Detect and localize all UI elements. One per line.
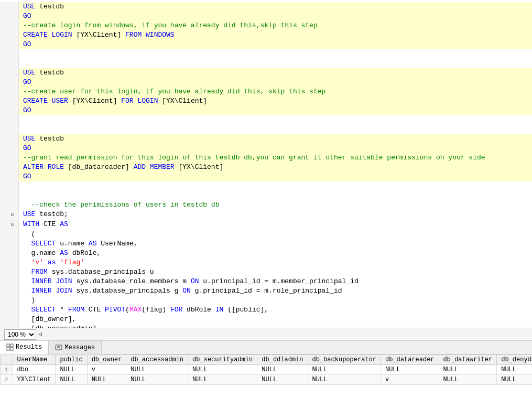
results-table-container[interactable]: UserName public db_owner db_accessadmin … <box>0 354 532 398</box>
code-line: --grant read permission for this login o… <box>0 153 532 163</box>
cell-ddladmin-2: NULL <box>257 375 308 385</box>
code-line: --create user for this login, if you hav… <box>0 87 532 96</box>
code-line: ( <box>0 230 532 239</box>
col-db-ddladmin: db_ddladmin <box>257 355 308 365</box>
tab-messages-label: Messages <box>64 344 95 351</box>
col-db-denydatareader: db_denydatareader <box>497 355 532 365</box>
table-header-row: UserName public db_owner db_accessadmin … <box>1 355 533 365</box>
scroll-indicator: ◁ <box>38 330 42 338</box>
code-line: ALTER ROLE [db_datareader] ADD MEMBER [Y… <box>0 163 532 172</box>
svg-rect-1 <box>10 344 13 347</box>
results-table: UserName public db_owner db_accessadmin … <box>0 354 532 385</box>
code-line: [db_accessadmin], <box>0 324 532 328</box>
cell-datareader-2: v <box>381 375 439 385</box>
tab-messages[interactable]: Messages <box>49 341 102 354</box>
code-line: USE testdb <box>0 134 532 144</box>
col-rownum <box>1 355 13 365</box>
code-line: SELECT u.name AS UserName, <box>0 239 532 249</box>
grid-icon <box>6 343 14 351</box>
tab-results[interactable]: Results <box>0 341 49 354</box>
code-line: 'v' as 'flag' <box>0 258 532 267</box>
cell-datawriter-2: NULL <box>439 375 497 385</box>
col-public: public <box>56 355 87 365</box>
cell-username-1: dbo <box>13 365 56 375</box>
code-line: --check the perimissions of users in tes… <box>0 200 532 210</box>
table-row: 2 YX\Client NULL NULL NULL NULL NULL NUL… <box>1 375 533 385</box>
code-line: GO <box>0 144 532 153</box>
cell-securityadmin-1: NULL <box>188 365 257 375</box>
cell-backupop-1: NULL <box>308 365 381 375</box>
code-line: SELECT * FROM CTE PIVOT(MAX(flag) FOR db… <box>0 305 532 315</box>
row-num-1: 1 <box>1 365 13 375</box>
cell-public-1: NULL <box>56 365 87 375</box>
code-line <box>0 191 532 200</box>
code-line: INNER JOIN sys.database_role_members m O… <box>0 277 532 286</box>
col-username: UserName <box>13 355 56 365</box>
zoom-select[interactable]: 100 % 75 % 125 % <box>4 329 36 340</box>
col-db-backupoperator: db_backupoperator <box>308 355 381 365</box>
tab-results-label: Results <box>16 343 42 351</box>
svg-rect-3 <box>10 348 13 350</box>
col-db-securityadmin: db_securityadmin <box>188 355 257 365</box>
cell-accessadmin-2: NULL <box>126 375 188 385</box>
cell-public-2: NULL <box>56 375 87 385</box>
code-line: ⊟ WITH CTE AS <box>0 220 532 230</box>
code-line: ⊟ USE testdb; <box>0 210 532 220</box>
results-panel: Results Messages UserName public db_owne… <box>0 340 532 398</box>
code-line: [db_owner], <box>0 315 532 324</box>
cell-denydatareader-2: NULL <box>497 375 532 385</box>
cell-accessadmin-1: NULL <box>126 365 188 375</box>
svg-rect-2 <box>7 348 9 350</box>
code-line: USE testdb <box>0 2 532 12</box>
code-line <box>0 59 532 68</box>
col-db-datareader: db_datareader <box>381 355 439 365</box>
cell-ddladmin-1: NULL <box>257 365 308 375</box>
cell-dbowner-2: NULL <box>87 375 126 385</box>
code-line: GO <box>0 12 532 21</box>
code-line: GO <box>0 78 532 87</box>
code-line: ) <box>0 296 532 305</box>
code-line: g.name AS dbRole, <box>0 249 532 258</box>
code-line: FROM sys.database_principals u <box>0 267 532 277</box>
code-line: CREATE LOGIN [YX\Client] FROM WINDOWS <box>0 30 532 40</box>
code-editor[interactable]: USE testdb GO --create login from window… <box>0 0 532 328</box>
messages-icon <box>55 344 62 351</box>
cell-denydatareader-1: NULL <box>497 365 532 375</box>
zoom-bar: 100 % 75 % 125 % ◁ <box>0 328 532 340</box>
cell-datawriter-1: NULL <box>439 365 497 375</box>
code-line: GO <box>0 40 532 49</box>
code-line <box>0 125 532 134</box>
row-num-2: 2 <box>1 375 13 385</box>
cell-username-2: YX\Client <box>13 375 56 385</box>
cell-securityadmin-2: NULL <box>188 375 257 385</box>
cell-dbowner-1: v <box>87 365 126 375</box>
col-db-owner: db_owner <box>87 355 126 365</box>
code-line <box>0 115 532 125</box>
code-line: GO <box>0 172 532 181</box>
code-line: USE testdb <box>0 68 532 78</box>
code-line <box>0 49 532 59</box>
results-tabs: Results Messages <box>0 341 532 354</box>
code-line <box>0 181 532 191</box>
table-row: 1 dbo NULL v NULL NULL NULL NULL NULL NU… <box>1 365 533 375</box>
code-line: GO <box>0 106 532 115</box>
code-line: --create login from windows, if you have… <box>0 21 532 30</box>
cell-datareader-1: NULL <box>381 365 439 375</box>
svg-rect-0 <box>7 344 9 347</box>
col-db-accessadmin: db_accessadmin <box>126 355 188 365</box>
col-db-datawriter: db_datawriter <box>439 355 497 365</box>
code-line: CREATE USER [YX\Client] FOR LOGIN [YX\Cl… <box>0 96 532 106</box>
cell-backupop-2: NULL <box>308 375 381 385</box>
code-line: INNER JOIN sys.database_principals g ON … <box>0 286 532 296</box>
